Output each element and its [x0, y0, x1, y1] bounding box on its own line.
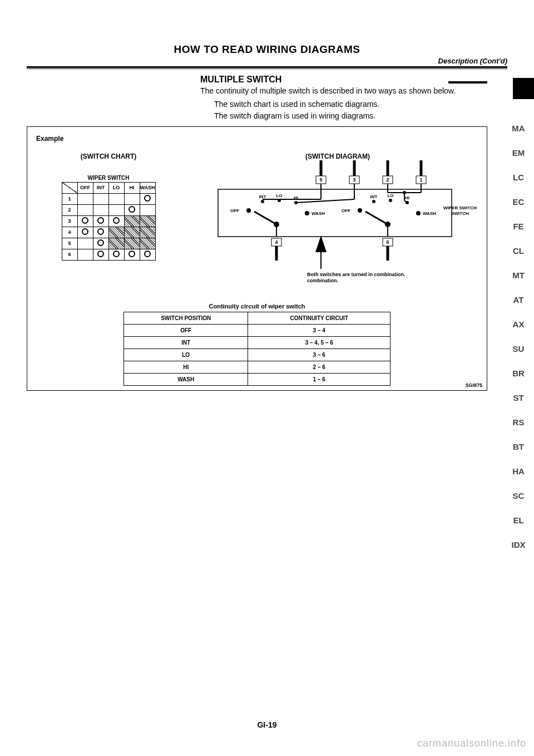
svg-text:SWITCH: SWITCH	[451, 211, 469, 216]
sub-heading: MULTIPLE SWITCH	[200, 75, 281, 85]
svg-line-46	[365, 212, 388, 224]
svg-text:WIPER SWITCH: WIPER SWITCH	[443, 205, 477, 210]
col-wash: WASH	[140, 182, 155, 193]
mark-icon	[82, 228, 88, 235]
cont-pos-4: WASH	[124, 373, 248, 385]
idx-ax: AX	[510, 320, 527, 329]
heading-bar	[448, 81, 487, 84]
svg-text:combination.: combination.	[307, 278, 338, 283]
svg-text:4: 4	[275, 239, 278, 245]
svg-point-43	[416, 211, 421, 215]
row-4: 4	[62, 227, 77, 238]
idx-rs: RS	[510, 418, 527, 427]
cont-h1: SWITCH POSITION	[124, 312, 248, 324]
cont-h2: CONTINUITY CIRCUIT	[248, 312, 390, 324]
svg-line-30	[254, 212, 276, 224]
continuity-title: Continuity circuit of wiper switch	[36, 303, 478, 310]
wiper-switch-label: WIPER SWITCH	[36, 175, 181, 181]
cont-circ-2: 3 – 6	[248, 348, 390, 361]
subtitle: Description (Cont'd)	[438, 57, 507, 65]
switch-diagram-svg: 5 3 2 1 INT	[197, 160, 478, 288]
bullet-list: The switch chart is used in schematic di…	[214, 99, 487, 122]
idx-ha: HA	[510, 467, 527, 476]
svg-point-19	[261, 200, 264, 203]
idx-sc: SC	[510, 491, 527, 500]
idx-ma: MA	[510, 124, 527, 133]
example-label: Example	[36, 135, 478, 143]
bullet-2: The switch diagram is used in wiring dia…	[214, 110, 487, 122]
idx-idx: IDX	[510, 540, 527, 549]
idx-su: SU	[510, 344, 527, 354]
mark-icon	[97, 239, 104, 246]
cont-pos-3: HI	[124, 361, 248, 373]
svg-text:OFF: OFF	[230, 208, 239, 213]
mark-icon	[144, 251, 151, 257]
chart-corner	[62, 182, 77, 193]
idx-bt: BT	[510, 442, 527, 451]
mark-icon	[97, 228, 104, 235]
cont-circ-4: 1 – 6	[248, 373, 390, 385]
header-rule-thick	[27, 66, 507, 68]
idx-ec: EC	[510, 197, 527, 207]
idx-at: AT	[510, 295, 527, 305]
idx-cl: CL	[510, 246, 527, 256]
bullet-1: The switch chart is used in schematic di…	[214, 99, 487, 110]
cont-circ-0: 3 – 4	[248, 324, 390, 336]
continuity-table: SWITCH POSITION CONTINUITY CIRCUIT OFF3 …	[123, 312, 390, 386]
row-6: 6	[62, 249, 77, 260]
svg-text:3: 3	[353, 177, 355, 183]
current-section-tab	[513, 78, 534, 99]
mark-icon	[144, 195, 151, 202]
figure-code: SGI875	[465, 382, 482, 388]
mark-icon	[97, 217, 104, 224]
svg-point-25	[246, 208, 251, 213]
intro-text: The continuity of multiple switch is des…	[200, 86, 487, 96]
mark-icon	[82, 217, 88, 224]
switch-diagram-title: (SWITCH DIAGRAM)	[197, 153, 478, 160]
mark-icon	[128, 206, 135, 213]
row-1: 1	[62, 193, 77, 204]
row-3: 3	[62, 215, 77, 227]
svg-text:Both switches are turned in co: Both switches are turned in combination.	[307, 272, 406, 277]
idx-st: ST	[510, 393, 527, 402]
col-lo: LO	[108, 182, 124, 193]
row-5: 5	[62, 238, 77, 249]
switch-chart-table: OFF INT LO HI WASH 1 2 3 4 5 6	[62, 182, 156, 261]
cont-pos-1: INT	[124, 336, 248, 348]
svg-point-37	[389, 199, 392, 202]
svg-point-41	[358, 208, 362, 213]
svg-text:LO: LO	[387, 193, 393, 198]
idx-em: EM	[510, 148, 527, 158]
svg-text:6: 6	[386, 239, 389, 245]
header-rule-thin	[27, 68, 507, 69]
mark-icon	[113, 251, 120, 257]
cont-circ-1: 3 – 4, 5 – 6	[248, 336, 390, 348]
svg-point-27	[305, 211, 309, 215]
mark-icon	[97, 251, 104, 257]
svg-text:1: 1	[419, 177, 422, 183]
side-index: MA EM LC EC FE CL MT AT AX SU BR ST RS B…	[510, 124, 527, 549]
svg-text:INT: INT	[259, 194, 266, 199]
idx-br: BR	[510, 369, 527, 378]
svg-text:2: 2	[386, 177, 389, 183]
watermark: carmanualsonline.info	[417, 738, 526, 749]
svg-text:INT: INT	[370, 194, 378, 199]
col-int: INT	[93, 182, 108, 193]
svg-text:WASH: WASH	[312, 211, 325, 216]
cont-circ-3: 2 – 6	[248, 361, 390, 373]
switch-chart-title: (SWITCH CHART)	[36, 153, 181, 160]
svg-text:5: 5	[319, 177, 322, 183]
mark-icon	[113, 217, 120, 224]
idx-mt: MT	[510, 271, 527, 280]
svg-point-35	[372, 200, 375, 203]
svg-text:LO: LO	[276, 193, 282, 198]
page-number: GI-19	[0, 720, 534, 729]
col-hi: HI	[124, 182, 140, 193]
cont-pos-0: OFF	[124, 324, 248, 336]
figure-box: Example (SWITCH CHART) WIPER SWITCH OFF …	[27, 126, 487, 391]
row-2: 2	[62, 204, 77, 215]
svg-text:HI: HI	[405, 195, 409, 200]
svg-text:OFF: OFF	[342, 208, 350, 213]
mark-icon	[128, 251, 135, 257]
cont-pos-2: LO	[124, 348, 248, 361]
